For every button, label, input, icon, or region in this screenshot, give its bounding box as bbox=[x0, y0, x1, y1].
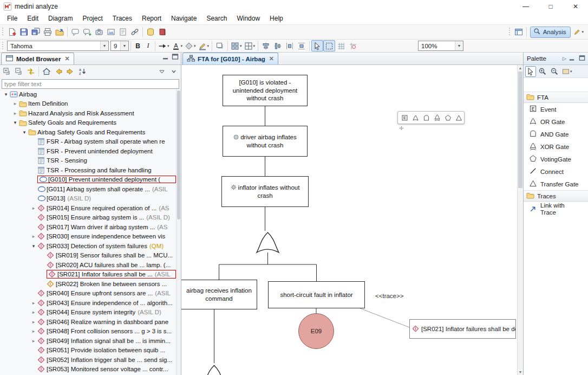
tree-item-sr043[interactable]: ▸[SR043] Ensure independence of ... algo… bbox=[0, 298, 176, 308]
expand-arrow-icon[interactable]: ▸ bbox=[11, 101, 19, 106]
palette-and-gate[interactable]: AND Gate bbox=[524, 128, 588, 140]
tree-item-sr033[interactable]: ▾[SR033] Detection of system failures(QM… bbox=[0, 241, 176, 251]
zoom-in-tool[interactable] bbox=[537, 66, 548, 77]
routing-style-button[interactable]: ▾ bbox=[230, 40, 243, 51]
fill-color-button[interactable]: ▾ bbox=[184, 40, 197, 51]
tree-item-sr053[interactable]: [SR053] Monitored sensor voltage ... con… bbox=[0, 365, 176, 374]
maximize-button[interactable]: □ bbox=[538, 0, 563, 12]
select-mode-button[interactable] bbox=[311, 40, 323, 51]
link-icon[interactable] bbox=[129, 27, 141, 38]
align-horizontal-button[interactable] bbox=[260, 40, 272, 51]
tree-item-sr048[interactable]: ▸[SR048] Front collision sensors ... g >… bbox=[0, 327, 176, 337]
tree-item-g011[interactable]: [G011] Airbag system shall operate ...(A… bbox=[0, 184, 176, 194]
collapse-all-icon[interactable] bbox=[13, 66, 25, 77]
palette-or-gate[interactable]: OR Gate bbox=[524, 115, 588, 128]
collapse-arrow-icon[interactable]: ▾ bbox=[11, 120, 19, 125]
filter-input[interactable] bbox=[2, 79, 179, 89]
popup-xor-gate-icon[interactable] bbox=[433, 113, 442, 122]
scrollbar-thumb[interactable] bbox=[177, 90, 180, 219]
tab-fta-g010[interactable]: FTA for [G010] - Airbag ✕ bbox=[182, 53, 278, 64]
menu-file[interactable]: File bbox=[2, 13, 22, 24]
distribute-vertical-button[interactable] bbox=[296, 40, 308, 51]
expand-arrow-icon[interactable]: ▸ bbox=[30, 309, 37, 315]
fta-node-driver-airbag[interactable]: driver airbag inflates without crash bbox=[223, 126, 308, 157]
tree-item-g013[interactable]: [G013](ASIL D) bbox=[0, 194, 176, 204]
menu-diagram[interactable]: Diagram bbox=[43, 13, 77, 24]
tree-item-tsr[interactable]: TSR - Sensing bbox=[0, 156, 176, 166]
palette-xor-gate[interactable]: XOR Gate bbox=[524, 140, 588, 153]
tree-item-sr019[interactable]: [SR019] Sensor failures shall be ... MCU… bbox=[0, 251, 176, 261]
expand-all-icon[interactable] bbox=[1, 66, 13, 77]
tree-item-sr044[interactable]: ▸[SR044] Ensure system integrity(ASIL D) bbox=[0, 308, 176, 318]
align-vertical-button[interactable] bbox=[272, 40, 284, 51]
forward-icon[interactable] bbox=[64, 66, 76, 77]
expand-arrow-icon[interactable]: ▸ bbox=[30, 319, 37, 325]
fta-node-inflator[interactable]: inflator inflates without crash bbox=[221, 176, 309, 207]
fta-basic-event-e09[interactable]: E09 bbox=[298, 313, 334, 349]
image-icon[interactable] bbox=[105, 27, 117, 38]
tree-item-airbag[interactable]: ▾Airbag bbox=[0, 89, 176, 99]
close-icon[interactable]: ✕ bbox=[64, 55, 69, 62]
diagram-popup-toolbar[interactable]: E bbox=[397, 111, 465, 124]
camera-icon[interactable] bbox=[93, 27, 105, 38]
layout-button[interactable]: ▾ bbox=[243, 40, 257, 51]
print-icon[interactable] bbox=[42, 27, 54, 38]
minimize-view-icon[interactable] bbox=[162, 53, 170, 63]
popup-event-icon[interactable]: E bbox=[400, 113, 409, 122]
popup-transfer-gate-icon[interactable] bbox=[454, 113, 463, 122]
palette-section-fta[interactable]: FTA bbox=[524, 92, 588, 103]
tree-item-g010[interactable]: [G010] Prevent unintended deployment ( bbox=[0, 175, 176, 185]
new-model-icon[interactable] bbox=[6, 27, 18, 38]
comment-icon[interactable] bbox=[69, 27, 81, 38]
menu-traces[interactable]: Traces bbox=[108, 13, 137, 24]
link-with-editor-icon[interactable] bbox=[25, 66, 37, 77]
fta-node-short-circuit[interactable]: short-circuit fault in inflator bbox=[268, 281, 365, 308]
maximize-view-icon[interactable] bbox=[578, 54, 586, 63]
note-icon[interactable] bbox=[117, 27, 129, 38]
trace-target-node[interactable]: [SR021] Inflator failures shall be de... bbox=[409, 319, 516, 339]
distribute-horizontal-button[interactable] bbox=[284, 40, 296, 51]
expand-arrow-icon[interactable]: ▸ bbox=[30, 205, 37, 211]
sort-icon[interactable]: az bbox=[76, 66, 88, 77]
collapse-arrow-icon[interactable]: ▾ bbox=[30, 243, 37, 249]
tree-item-sr022[interactable]: [SR022] Broken line between sensors ... bbox=[0, 279, 176, 289]
database-icon[interactable] bbox=[145, 27, 156, 38]
export-icon[interactable] bbox=[54, 27, 66, 38]
tree-item-sr014[interactable]: ▸[SR014] Ensure required operation of ..… bbox=[0, 203, 176, 213]
expand-arrow-icon[interactable]: ▸ bbox=[11, 111, 19, 116]
tree-item-hazard[interactable]: ▸Hazard Analysis and Risk Assessment bbox=[0, 108, 176, 118]
tree-item-sr052[interactable]: [SR052] Inflation trigger shall be ... s… bbox=[0, 355, 176, 365]
save-all-icon[interactable] bbox=[30, 27, 42, 38]
font-family-combo[interactable]: Tahoma ▼ bbox=[7, 41, 109, 51]
snap-to-grid-button[interactable] bbox=[347, 40, 359, 51]
fta-node-top-event[interactable]: [G010] is violated - unintended deployme… bbox=[223, 75, 308, 106]
font-color-button[interactable]: A▾ bbox=[171, 40, 184, 51]
analysis-perspective-button[interactable]: Analysis bbox=[530, 27, 571, 38]
zoom-combo[interactable]: 100% ▼ bbox=[418, 41, 463, 51]
expand-arrow-icon[interactable]: ▸ bbox=[30, 338, 37, 344]
menu-help[interactable]: Help bbox=[265, 13, 288, 24]
menu-search[interactable]: Search bbox=[201, 13, 232, 24]
color-tool[interactable]: ▾ bbox=[561, 66, 573, 77]
collapse-arrow-icon[interactable]: ▾ bbox=[21, 130, 28, 135]
fta-bottom-gate[interactable] bbox=[202, 363, 226, 375]
scrollbar-thumb[interactable] bbox=[518, 72, 522, 188]
tree-item-sr046[interactable]: ▸[SR046] Realize warning in dashboard pa… bbox=[0, 317, 176, 327]
scroll-down-icon[interactable]: ▼ bbox=[518, 369, 523, 375]
tree-item-fsr[interactable]: FSR - Prevent unintended deployment bbox=[0, 146, 176, 156]
tree-item-sr051[interactable]: [SR051] Provide isolation between squib … bbox=[0, 346, 176, 355]
popup-drag-handle-icon[interactable]: ✛ bbox=[399, 125, 403, 131]
fta-diagram-canvas[interactable]: [G010] is violated - unintended deployme… bbox=[181, 65, 517, 375]
line-color-button[interactable]: ▾ bbox=[197, 40, 211, 51]
tree-item-sr015[interactable]: [SR015] Ensure airbag system is ...(ASIL… bbox=[0, 213, 176, 223]
grid-toggle-button[interactable] bbox=[335, 40, 347, 51]
tree-item-fsr[interactable]: FSR - Airbag system shall operate when r… bbox=[0, 137, 176, 147]
marquee-mode-button[interactable] bbox=[323, 40, 335, 51]
italic-button[interactable]: I bbox=[143, 41, 153, 51]
canvas-scrollbar[interactable]: ▲ ▼ bbox=[517, 65, 523, 375]
tree-item-sr040[interactable]: [SR040] Ensure upfront sensors are ...(A… bbox=[0, 289, 176, 299]
popup-and-gate-icon[interactable] bbox=[422, 113, 431, 122]
popup-or-gate-icon[interactable] bbox=[411, 113, 420, 122]
tab-model-browser[interactable]: Model Browser ✕ bbox=[1, 53, 74, 64]
palette-connect[interactable]: Connect bbox=[524, 165, 588, 178]
